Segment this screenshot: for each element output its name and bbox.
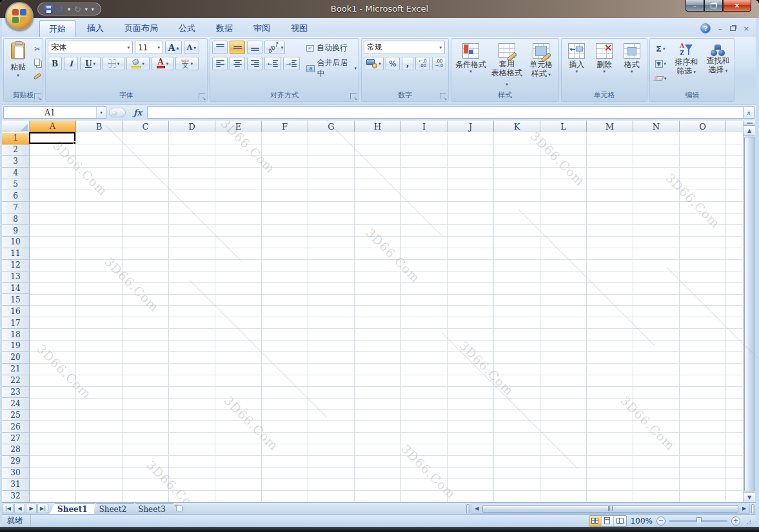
vertical-scrollbar[interactable]: ▲ ▼ [743, 121, 755, 502]
clipboard-dialog-launcher[interactable] [34, 93, 41, 99]
paste-dropdown-icon[interactable]: ▾ [17, 73, 19, 78]
vertical-scroll-thumb[interactable] [744, 137, 754, 491]
phonetic-button[interactable]: wén文▾ [175, 57, 199, 70]
increase-font-button[interactable]: A▲ [165, 41, 182, 54]
sheet-tab-sheet3[interactable]: Sheet3 [130, 503, 173, 514]
column-header-K[interactable]: K [494, 121, 540, 132]
format-as-table-button[interactable]: 套用表格格式 ▾ [489, 41, 524, 90]
format-cells-button[interactable]: 格式▾ [618, 41, 645, 90]
column-header-H[interactable]: H [355, 121, 401, 132]
undo-dropdown-icon[interactable]: ▾ [68, 6, 70, 12]
row-header-18[interactable]: 18 [2, 329, 30, 340]
column-header-E[interactable]: E [215, 121, 262, 132]
row-header-26[interactable]: 26 [2, 421, 30, 433]
normal-view-button[interactable] [589, 516, 602, 526]
row-header-20[interactable]: 20 [2, 352, 30, 364]
row-header-8[interactable]: 8 [2, 213, 30, 225]
column-header-N[interactable]: N [633, 121, 680, 132]
zoom-out-icon[interactable]: − [656, 517, 665, 526]
vertical-split-handle[interactable] [744, 121, 755, 126]
borders-button[interactable]: ▾ [103, 57, 124, 70]
tab-formulas[interactable]: 公式 [170, 20, 204, 37]
last-sheet-icon[interactable]: ▶| [37, 504, 48, 513]
tab-page-layout[interactable]: 页面布局 [115, 20, 167, 37]
scroll-down-icon[interactable]: ▼ [744, 492, 755, 502]
row-header-21[interactable]: 21 [2, 364, 30, 375]
sheet-tab-sheet2[interactable]: Sheet2 [92, 503, 135, 514]
conditional-formatting-button[interactable]: 条件格式▾ [453, 41, 488, 90]
font-dialog-launcher[interactable] [199, 93, 205, 99]
row-header-12[interactable]: 12 [2, 260, 30, 271]
find-select-button[interactable]: 查找和选择 ▾ [704, 41, 733, 90]
sort-filter-button[interactable]: AZ 排序和筛选 ▾ [672, 41, 701, 90]
column-header-stub[interactable] [726, 121, 743, 132]
column-header-L[interactable]: L [540, 121, 587, 132]
scroll-up-icon[interactable]: ▲ [744, 126, 755, 136]
scroll-right-icon[interactable]: ▶ [739, 504, 749, 513]
row-header-13[interactable]: 13 [2, 271, 30, 283]
row-header-23[interactable]: 23 [2, 387, 30, 399]
row-header-17[interactable]: 17 [2, 317, 30, 329]
insert-cells-button[interactable]: 插入▾ [564, 41, 590, 90]
first-sheet-icon[interactable]: |◀ [3, 504, 14, 513]
window-close-button[interactable]: × [723, 0, 751, 12]
horizontal-scrollbar[interactable]: ◀ ▶ [471, 504, 750, 514]
tab-data[interactable]: 数据 [207, 20, 242, 37]
row-header-24[interactable]: 24 [2, 398, 30, 409]
bold-button[interactable]: B [48, 57, 62, 70]
fill-button[interactable]: ▼▾ [652, 57, 669, 70]
sheet-tab-sheet1[interactable]: Sheet1 [50, 503, 95, 514]
number-format-select[interactable]: 常规▾ [364, 41, 445, 54]
top-align-button[interactable] [212, 41, 228, 54]
row-header-19[interactable]: 19 [2, 340, 30, 352]
formula-input[interactable] [147, 106, 743, 119]
column-header-I[interactable]: I [401, 121, 448, 132]
page-layout-view-button[interactable] [602, 516, 614, 526]
horizontal-scroll-thumb[interactable] [482, 505, 738, 513]
row-header-28[interactable]: 28 [2, 444, 30, 456]
delete-cells-button[interactable]: 删除▾ [591, 41, 618, 90]
row-header-25[interactable]: 25 [2, 409, 30, 421]
redo-icon[interactable]: ↻ [74, 5, 81, 14]
fill-handle[interactable] [73, 141, 76, 144]
zoom-slider[interactable] [669, 520, 727, 522]
tab-split-handle[interactable] [466, 504, 469, 513]
qat-more-icon[interactable]: ▾ [92, 6, 94, 12]
tab-review[interactable]: 审阅 [244, 20, 279, 37]
window-minimize-button[interactable]: – [685, 0, 704, 12]
row-header-29[interactable]: 29 [2, 456, 30, 468]
next-sheet-icon[interactable]: ▶ [26, 504, 37, 513]
tab-insert[interactable]: 插入 [78, 20, 113, 37]
name-box-dropdown-icon[interactable]: ▾ [96, 107, 106, 118]
alignment-dialog-launcher[interactable] [350, 93, 357, 99]
zoom-in-icon[interactable]: + [731, 517, 740, 526]
orientation-button[interactable]: ab↗▾ [264, 41, 285, 54]
tab-view[interactable]: 视图 [282, 20, 317, 37]
decrease-indent-button[interactable]: ← [264, 57, 281, 70]
column-header-A[interactable]: A [30, 121, 76, 132]
row-header-22[interactable]: 22 [2, 375, 30, 387]
row-header-9[interactable]: 9 [2, 225, 30, 237]
increase-indent-button[interactable]: → [283, 57, 300, 70]
font-size-select[interactable]: 11▾ [135, 41, 163, 54]
row-header-5[interactable]: 5 [2, 179, 30, 191]
row-header-4[interactable]: 4 [2, 168, 30, 179]
clear-button[interactable]: ▾ [652, 72, 669, 85]
font-color-button[interactable]: A▾ [152, 57, 173, 70]
doc-restore-icon[interactable] [730, 26, 736, 31]
column-header-B[interactable]: B [76, 121, 123, 132]
row-header-30[interactable]: 30 [2, 468, 30, 479]
doc-minimize-icon[interactable]: – [718, 25, 722, 32]
align-right-button[interactable] [247, 57, 262, 70]
column-header-O[interactable]: O [680, 121, 726, 132]
name-box[interactable]: A1 ▾ [3, 106, 106, 119]
page-break-view-button[interactable] [614, 516, 626, 526]
decrease-font-button[interactable]: A▼ [184, 41, 199, 54]
bottom-align-button[interactable] [247, 41, 262, 54]
row-header-16[interactable]: 16 [2, 306, 30, 317]
column-header-C[interactable]: C [123, 121, 169, 132]
doc-close-icon[interactable]: × [744, 25, 749, 32]
save-icon[interactable] [44, 5, 53, 14]
row-header-7[interactable]: 7 [2, 202, 30, 213]
number-dialog-launcher[interactable] [440, 93, 446, 99]
